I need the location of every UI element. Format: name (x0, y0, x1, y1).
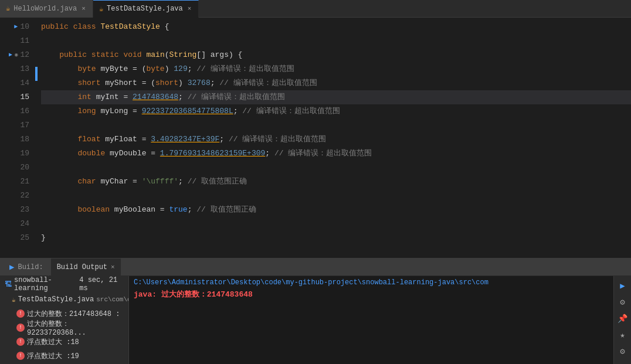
code-line-10: public class TestDataStyle { (41, 20, 631, 34)
error-dot-3: ! (16, 352, 25, 360)
line-15: 15 (0, 90, 29, 104)
code-line-16: long myLong = 9223372036854775808L; // 编… (41, 104, 631, 118)
tab-bar: ☕ HelloWorld.java × ☕ TestDataStyle.java… (0, 0, 631, 18)
code-line-12: public static void main(String[] args) { (41, 48, 631, 62)
code-line-25: } (41, 231, 631, 245)
line-16: 16 (0, 104, 29, 118)
line-10: ▶ 10 (0, 20, 29, 34)
error-text-1: 过大的整数：92233720368... (27, 319, 124, 337)
line-13: 13 (0, 62, 29, 76)
pin-side-icon[interactable]: 📌 (616, 311, 630, 325)
error-dot-1: ! (16, 324, 25, 332)
file-icon: ☕ (12, 296, 16, 304)
project-row[interactable]: 🏗 snowball-learning 4 sec, 21 ms (0, 276, 128, 292)
tab-helloworld-close[interactable]: × (80, 5, 87, 13)
code-editor[interactable]: public class TestDataStyle { public stat… (39, 18, 631, 258)
settings-side-icon[interactable]: ⚙ (616, 295, 630, 309)
error-text-3: 浮点数过大 :19 (27, 351, 79, 361)
error-dot-0: ! (16, 309, 25, 318)
line-14: 14 (0, 76, 29, 90)
project-icon: 🏗 (5, 280, 12, 289)
tab-testdatastyle[interactable]: ☕ TestDataStyle.java × (93, 0, 199, 18)
line-19: 19 (0, 147, 29, 161)
build-output-tab[interactable]: Build Output × (51, 258, 121, 276)
output-path[interactable]: C:\Users\Administrator\Desktop\code\my-g… (134, 278, 609, 287)
code-line-23: boolean myBoolean = true; // 取值范围正确 (41, 203, 631, 217)
current-line-indicator (35, 67, 38, 81)
code-line-18: float myFloat = 3.40282347E+39F; // 编译错误… (41, 132, 631, 147)
error-item-2[interactable]: ! 浮点数过大 :18 (0, 335, 128, 349)
error-dot-2: ! (16, 338, 25, 346)
code-line-15: int myInt = 2147483648; // 编译错误：超出取值范围 (41, 90, 631, 104)
line-25: 25 (0, 231, 29, 245)
build-arrow-icon: ▶ (9, 262, 14, 272)
panel-content: 🏗 snowball-learning 4 sec, 21 ms ☕ TestD… (0, 276, 631, 364)
code-line-19: double myDouble = 1.7976931348623159E+30… (41, 147, 631, 161)
code-line-22 (41, 189, 631, 203)
star-side-icon[interactable]: ★ (616, 328, 630, 342)
line-17: 17 (0, 118, 29, 132)
line-23: 23 (0, 203, 29, 217)
panel-output: C:\Users\Administrator\Desktop\code\my-g… (129, 276, 613, 364)
output-error: java: 过大的整数：2147483648 (134, 289, 609, 300)
tab-helloworld-icon: ☕ (6, 4, 10, 13)
panel-tabs-bar: ▶ Build: Build Output × (0, 258, 631, 276)
code-line-14: short myShort = (short) 32768; // 编译错误：超… (41, 76, 631, 90)
file-row[interactable]: ☕ TestDataStyle.java src\com\c (0, 292, 128, 307)
code-line-17 (41, 118, 631, 132)
line-22: 22 (0, 189, 29, 203)
error-item-1[interactable]: ! 过大的整数：92233720368... (0, 321, 128, 335)
line-21: 21 (0, 175, 29, 189)
run-icon-12[interactable]: ▶ (9, 48, 12, 62)
run-icon-10[interactable]: ▶ (14, 20, 18, 34)
config-side-icon[interactable]: ⚙ (616, 344, 630, 358)
error-text-2: 浮点数过大 :18 (27, 337, 79, 347)
build-output-label: Build Output (57, 263, 107, 271)
line-12: ▶ ◉ 12 (0, 48, 29, 62)
project-time: 4 sec, 21 ms (79, 276, 124, 292)
line-24: 24 (0, 217, 29, 231)
error-text-0: 过大的整数：2147483648 : (27, 309, 120, 319)
tab-helloworld-label: HelloWorld.java (13, 5, 77, 13)
code-line-24 (41, 217, 631, 231)
file-path: src\com\c (96, 296, 129, 303)
tab-testdatastyle-close[interactable]: × (186, 5, 193, 13)
build-text-label: Build: (18, 263, 43, 271)
build-label-container: ▶ Build: (5, 258, 49, 276)
panel-close-btn[interactable]: × (111, 264, 115, 271)
tab-testdatastyle-label: TestDataStyle.java (107, 5, 183, 13)
bottom-panel: ▶ Build: Build Output × 🏗 snowball-learn… (0, 258, 631, 364)
line-18: 18 (0, 132, 29, 147)
error-item-3[interactable]: ! 浮点数过大 :19 (0, 349, 128, 363)
left-gutter (35, 18, 39, 258)
project-name: snowball-learning (14, 276, 77, 292)
side-icons-panel: ▶ ⚙ 📌 ★ ⚙ (613, 276, 631, 364)
run-side-icon[interactable]: ▶ (616, 278, 630, 292)
code-line-13: byte myByte = (byte) 129; // 编译错误：超出取值范围 (41, 62, 631, 76)
code-line-11 (41, 34, 631, 48)
code-line-20 (41, 161, 631, 175)
tab-testdatastyle-icon: ☕ (99, 5, 103, 13)
line-20: 20 (0, 161, 29, 175)
line-11: 11 (0, 34, 29, 48)
code-line-21: char myChar = '\uffff'; // 取值范围正确 (41, 175, 631, 189)
bookmark-icon-12: ◉ (15, 48, 18, 62)
tab-helloworld[interactable]: ☕ HelloWorld.java × (0, 0, 93, 18)
line-numbers: ▶ 10 11 ▶ ◉ 12 13 14 15 16 17 18 19 20 2… (0, 18, 35, 258)
editor-area: ▶ 10 11 ▶ ◉ 12 13 14 15 16 17 18 19 20 2… (0, 18, 631, 258)
panel-sidebar: 🏗 snowball-learning 4 sec, 21 ms ☕ TestD… (0, 276, 129, 364)
file-name: TestDataStyle.java (18, 295, 94, 304)
